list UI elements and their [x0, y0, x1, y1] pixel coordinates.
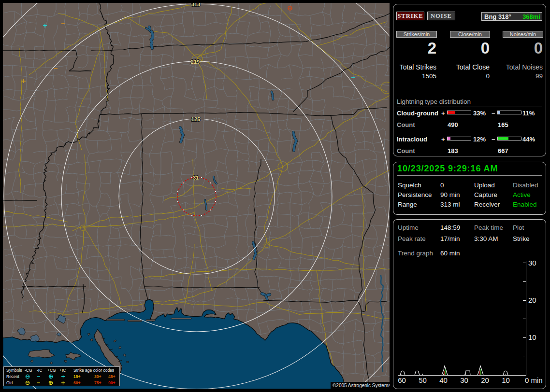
svg-text:30: 30 — [460, 376, 468, 384]
svg-text:75+: 75+ — [94, 380, 101, 385]
svg-text:60+: 60+ — [73, 380, 80, 385]
svg-text:+IC: +IC — [59, 368, 66, 373]
svg-text:313: 313 — [191, 3, 200, 7]
svg-text:45+: 45+ — [108, 374, 115, 379]
svg-text:50: 50 — [419, 376, 427, 384]
svg-text:-CG: -CG — [25, 368, 32, 373]
svg-text:90+: 90+ — [108, 380, 115, 385]
svg-text:30: 30 — [528, 259, 536, 267]
svg-text:30+: 30+ — [94, 374, 101, 379]
svg-text:40: 40 — [439, 376, 448, 384]
svg-text:20: 20 — [481, 376, 489, 384]
svg-text:20: 20 — [528, 296, 536, 304]
svg-text:10: 10 — [528, 333, 536, 341]
svg-text:Old: Old — [6, 380, 13, 385]
svg-text:31: 31 — [193, 175, 199, 181]
svg-text:Recent: Recent — [6, 374, 20, 379]
svg-text:60: 60 — [398, 376, 406, 384]
svg-text:219: 219 — [191, 59, 200, 65]
svg-text:-IC: -IC — [37, 368, 42, 373]
svg-text:©2005 Astrogenic Systems: ©2005 Astrogenic Systems — [333, 383, 390, 388]
svg-text:Strike age color codes: Strike age color codes — [73, 368, 114, 373]
svg-text:125: 125 — [191, 116, 200, 122]
svg-text:+CG: +CG — [47, 368, 56, 373]
svg-text:0 min: 0 min — [525, 376, 543, 384]
svg-text:10: 10 — [502, 376, 510, 384]
svg-text:Symbols: Symbols — [6, 368, 22, 373]
svg-text:15+: 15+ — [73, 374, 80, 379]
